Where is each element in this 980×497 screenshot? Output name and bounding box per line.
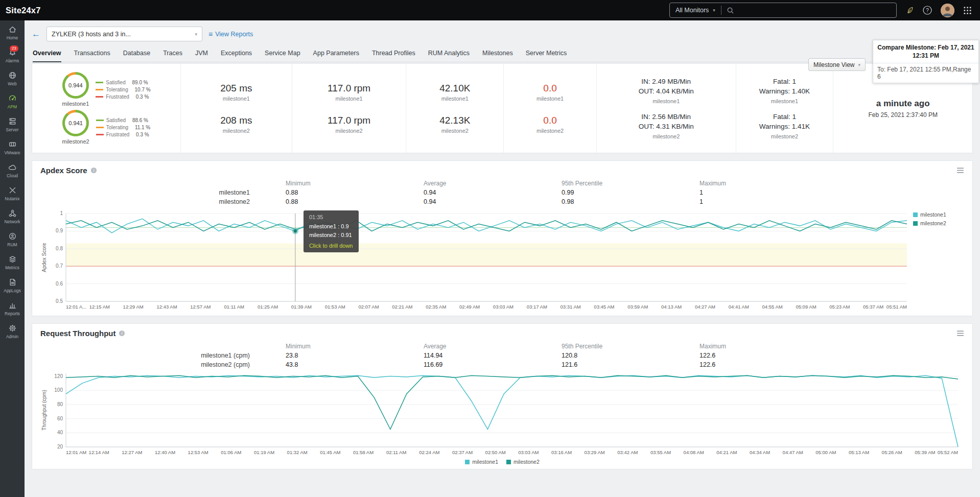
apdex-gauge-row[interactable]: 0.944 milestone1 Satisfied 89.0 % Tolera… [62, 72, 150, 107]
tab-milestones[interactable]: Milestones [482, 46, 513, 62]
svg-text:1: 1 [60, 210, 63, 216]
site24x7-logo[interactable]: Site24x7 [0, 6, 41, 15]
tab-database[interactable]: Database [123, 46, 151, 62]
apdex-gauge-row[interactable]: 0.941 milestone2 Satisfied 88.6 % Tolera… [62, 110, 151, 145]
sidebar-item-vmware[interactable]: VMware [4, 136, 21, 159]
apdex-chart[interactable]: 0.50.60.70.80.9112:01 A...12:15 AM12:29 … [40, 209, 913, 312]
svg-text:01:11 AM: 01:11 AM [224, 304, 244, 310]
sidebar-item-admin[interactable]: Admin [4, 320, 21, 343]
cloud-icon [8, 163, 17, 172]
svg-text:03:03 AM: 03:03 AM [493, 304, 514, 310]
svg-text:0.5: 0.5 [56, 298, 63, 304]
apdex-score-panel: Apdex Score i MinimumAverage95th Percent… [32, 160, 973, 316]
svg-text:04:47 AM: 04:47 AM [783, 449, 803, 455]
stats-header: Average [424, 343, 562, 350]
sidebar-item-metrics[interactable]: Metrics [4, 251, 21, 274]
apdex-stats-table: MinimumAverage95th PercentileMaximummile… [40, 180, 964, 205]
milestone-view-button[interactable]: Milestone View ▾ [808, 58, 866, 71]
info-icon[interactable]: i [119, 330, 125, 337]
legend-item-milestone1[interactable]: milestone1 [465, 459, 498, 465]
sidebar-item-label: Metrics [5, 265, 19, 270]
tab-service-map[interactable]: Service Map [265, 46, 300, 62]
response-time-column: 205 ms milestone1 208 ms milestone2 [180, 64, 292, 153]
stats-value: 23.8 [286, 352, 424, 359]
legend-item-milestone2[interactable]: milestone2 [506, 459, 540, 465]
svg-text:100: 100 [54, 387, 63, 393]
throughput-metric[interactable]: 117.0 rpm milestone1 [328, 83, 370, 102]
response-time-metric[interactable]: 205 ms milestone1 [220, 83, 252, 102]
network-metric[interactable]: IN: 2.56 MB/Min OUT: 4.31 KB/Min milesto… [639, 112, 694, 139]
tab-exceptions[interactable]: Exceptions [221, 46, 252, 62]
svg-text:12:01 AM: 12:01 AM [66, 449, 86, 455]
tab-overview[interactable]: Overview [33, 46, 61, 62]
sidebar-item-web[interactable]: Web [4, 67, 21, 90]
sidebar-item-alarms[interactable]: Alarms23 [4, 44, 21, 67]
application-selector[interactable]: ZYLKER (3 hosts and 3 in... ▾ [46, 27, 202, 41]
announcements-icon[interactable] [905, 6, 914, 15]
network-metric[interactable]: IN: 2.49 MB/Min OUT: 4.04 KB/Min milesto… [639, 77, 694, 104]
compare-milestone-box: Compare Milestone: Feb 17, 2021 12:31 PM… [873, 40, 979, 83]
stats-header: Average [424, 180, 562, 187]
sidebar-item-network[interactable]: Network [4, 205, 21, 228]
response-time-metric[interactable]: 208 ms milestone2 [220, 115, 252, 134]
errors-metric[interactable]: 0.0 milestone1 [536, 83, 564, 102]
errors-column: 0.0 milestone1 0.0 milestone2 [503, 64, 596, 153]
legend-item-milestone1[interactable]: milestone1 [913, 211, 964, 218]
search-input[interactable] [738, 7, 891, 14]
tab-server-metrics[interactable]: Server Metrics [526, 46, 567, 62]
stats-header: Minimum [286, 180, 424, 187]
sidebar-item-home[interactable]: Home [4, 21, 21, 44]
tab-jvm[interactable]: JVM [195, 46, 208, 62]
sidebar-item-apm[interactable]: APM [4, 90, 21, 113]
sidebar-item-cloud[interactable]: Cloud [4, 159, 21, 182]
stats-row-name: milestone2 [40, 198, 286, 205]
svg-text:12:40 AM: 12:40 AM [155, 449, 175, 455]
sidebar-item-server[interactable]: Server [4, 113, 21, 136]
nutanix-icon [8, 186, 17, 195]
svg-text:12:57 AM: 12:57 AM [190, 304, 211, 310]
svg-text:01:53 AM: 01:53 AM [325, 304, 345, 310]
drill-down-link[interactable]: Click to drill down [309, 243, 353, 249]
legend-color-swatch [913, 221, 918, 226]
throughput-chart[interactable]: 2040608010012012:01 AM12:14 AM12:27 AM12… [40, 369, 964, 457]
svg-text:03:16 AM: 03:16 AM [551, 449, 572, 455]
stats-value: 0.88 [286, 198, 424, 205]
panel-menu-icon[interactable] [956, 330, 964, 337]
svg-text:80: 80 [57, 401, 63, 407]
sidebar-nav: HomeAlarms23WebAPMServerVMwareCloudNutan… [4, 21, 21, 343]
sidebar-item-applogs[interactable]: AppLogs [4, 274, 21, 297]
tab-traces[interactable]: Traces [163, 46, 182, 62]
tab-app-parameters[interactable]: App Parameters [313, 46, 359, 62]
errors-metric[interactable]: 0.0 milestone2 [536, 115, 564, 134]
throughput-metric[interactable]: 117.0 rpm milestone2 [328, 115, 370, 134]
gauge-legend-item: Tolerating 10.7 % [96, 87, 150, 92]
tab-rum-analytics[interactable]: RUM Analytics [428, 46, 470, 62]
tab-transactions[interactable]: Transactions [74, 46, 110, 62]
svg-text:0.9: 0.9 [56, 228, 63, 233]
apdex-gauge-milestone2: 0.941 [62, 110, 89, 136]
svg-text:12:01 A...: 12:01 A... [66, 304, 86, 310]
panel-menu-icon[interactable] [956, 167, 964, 174]
view-reports-link[interactable]: ≡ View Reports [208, 30, 253, 38]
events-metric[interactable]: Fatal: 1 Warnings: 1.41K milestone2 [759, 112, 810, 139]
stats-value: 0.94 [424, 198, 562, 205]
stats-value: 0.94 [424, 189, 562, 196]
tab-thread-profiles[interactable]: Thread Profiles [372, 46, 415, 62]
svg-text:12:29 AM: 12:29 AM [123, 304, 144, 310]
legend-item-milestone2[interactable]: milestone2 [913, 220, 964, 226]
avatar[interactable] [941, 4, 954, 17]
all-monitors-dropdown[interactable]: All Monitors ▾ [670, 7, 721, 14]
info-icon[interactable]: i [90, 167, 97, 174]
sidebar-item-rum[interactable]: RUM [4, 228, 21, 251]
calls-metric[interactable]: 42.10K milestone1 [439, 83, 470, 102]
events-metric[interactable]: Fatal: 1 Warnings: 1.40K milestone1 [759, 77, 810, 104]
back-arrow-icon[interactable]: ← [32, 29, 40, 39]
sidebar-item-reports[interactable]: Reports [4, 297, 21, 320]
help-icon[interactable]: ? [923, 6, 932, 15]
total-calls-column: 42.10K milestone1 42.13K milestone2 [406, 64, 503, 153]
calls-metric[interactable]: 42.13K milestone2 [439, 115, 470, 134]
sidebar-item-nutanix[interactable]: Nutanix [4, 182, 21, 205]
legend-color-swatch [506, 460, 511, 464]
apps-grid-icon[interactable] [963, 6, 972, 15]
sidebar-item-label: AppLogs [4, 288, 21, 293]
